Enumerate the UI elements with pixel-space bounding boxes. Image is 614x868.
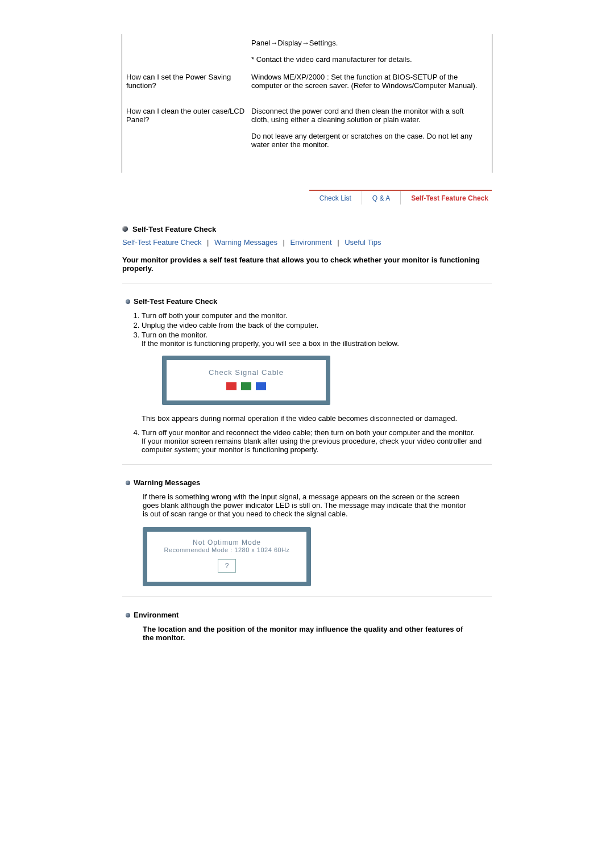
bullet-icon [126, 613, 130, 617]
link-useful-tips[interactable]: Useful Tips [345, 238, 381, 247]
tab-q-and-a[interactable]: Q & A [362, 191, 401, 205]
green-square-icon [241, 382, 251, 390]
section-title: Self-Test Feature Check [132, 224, 216, 233]
bullet-icon [126, 481, 130, 485]
section-lead: Your monitor provides a self test featur… [122, 256, 492, 273]
bullet-icon [122, 226, 128, 232]
section-sublinks: Self-Test Feature Check | Warning Messag… [122, 238, 492, 247]
qa-answer: Windows ME/XP/2000 : Set the function at… [251, 73, 489, 98]
after-box-note: This box appears during normal operation… [142, 414, 488, 423]
rgb-indicator [167, 382, 326, 390]
qa-question: How can I clean the outer case/LCD Panel… [125, 107, 251, 124]
signal-text: Check Signal Cable [167, 368, 326, 377]
mode-line1: Not Optimum Mode [147, 539, 306, 546]
red-square-icon [226, 382, 237, 390]
link-self-test[interactable]: Self-Test Feature Check [122, 238, 201, 247]
divider [122, 464, 492, 465]
tab-bar: Check List Q & A Self-Test Feature Check [309, 190, 492, 205]
subsection-warning: Warning Messages If there is something w… [122, 478, 492, 586]
qa-answer: Panel→Display→Settings. * Contact the vi… [251, 39, 489, 64]
check-signal-illustration: Check Signal Cable [162, 356, 330, 405]
qa-row: Panel→Display→Settings. * Contact the vi… [125, 34, 489, 68]
subsection-environment: Environment The location and the positio… [122, 611, 492, 642]
step-item: Turn off both your computer and the moni… [142, 311, 488, 320]
not-optimum-illustration: Not Optimum Mode Recommended Mode : 1280… [143, 527, 311, 586]
steps-list: Turn off both your computer and the moni… [142, 311, 492, 454]
bullet-icon [126, 299, 130, 304]
qa-table: Panel→Display→Settings. * Contact the vi… [122, 34, 492, 173]
tab-self-test[interactable]: Self-Test Feature Check [401, 191, 492, 205]
subsection-self-test: Self-Test Feature Check Turn off both yo… [122, 297, 492, 454]
subsection-title: Self-Test Feature Check [134, 297, 217, 306]
divider [122, 596, 492, 597]
qa-row: How can I clean the outer case/LCD Panel… [125, 102, 489, 161]
qa-row: How can I set the Power Saving function?… [125, 68, 489, 102]
warning-text: If there is something wrong with the inp… [143, 493, 471, 518]
subsection-title: Environment [134, 611, 179, 619]
tab-check-list[interactable]: Check List [309, 191, 362, 205]
subsection-title: Warning Messages [134, 478, 200, 487]
qa-answer: Disconnect the power cord and then clean… [251, 107, 489, 157]
step-item: Turn off your monitor and reconnect the … [142, 428, 488, 454]
step-item: Turn on the monitor. If the monitor is f… [142, 331, 488, 423]
divider [122, 283, 492, 283]
step-item: Unplug the video cable from the back of … [142, 321, 488, 329]
blue-square-icon [256, 382, 266, 390]
link-warning-messages[interactable]: Warning Messages [214, 238, 277, 247]
link-environment[interactable]: Environment [291, 238, 332, 247]
step-note: If your monitor screen remains blank aft… [142, 437, 488, 454]
environment-text: The location and the position of the mon… [143, 625, 471, 642]
qa-question: How can I set the Power Saving function? [125, 73, 251, 90]
mode-help-button: ? [218, 559, 237, 573]
step-note: If the monitor is functioning properly, … [142, 339, 488, 348]
mode-line2: Recommended Mode : 1280 x 1024 60Hz [147, 546, 306, 553]
